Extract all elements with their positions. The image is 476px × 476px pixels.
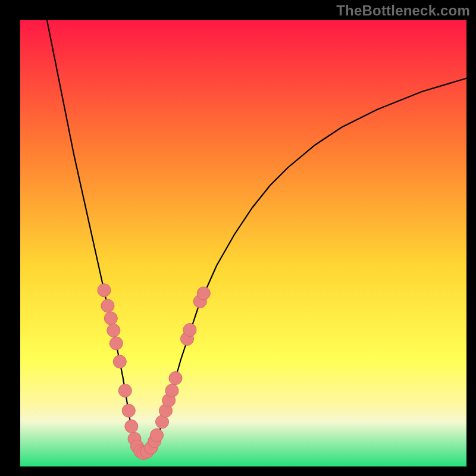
- data-marker: [183, 324, 196, 337]
- chart-frame: TheBottleneck.com: [0, 0, 476, 476]
- plot-area: [20, 20, 466, 466]
- data-marker: [125, 420, 138, 433]
- watermark-text: TheBottleneck.com: [336, 2, 470, 19]
- data-marker: [104, 312, 117, 325]
- data-marker: [109, 337, 123, 350]
- data-marker: [113, 355, 126, 368]
- data-marker: [197, 287, 210, 300]
- data-marker: [98, 284, 111, 297]
- bottleneck-chart: [20, 20, 466, 466]
- data-marker: [101, 299, 114, 312]
- data-marker: [118, 384, 131, 397]
- data-marker: [165, 384, 178, 397]
- data-marker: [151, 429, 164, 442]
- data-marker: [122, 404, 135, 417]
- data-marker: [169, 372, 182, 385]
- gradient-background: [20, 20, 466, 466]
- data-marker: [107, 324, 120, 337]
